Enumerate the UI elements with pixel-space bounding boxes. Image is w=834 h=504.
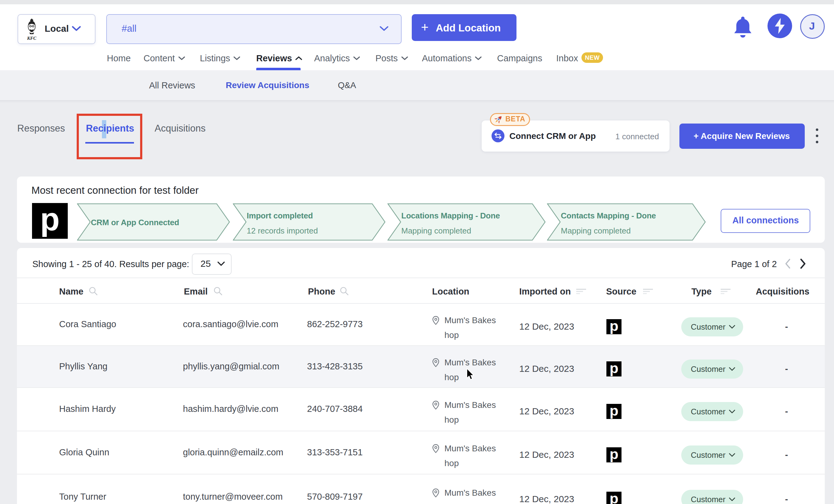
svg-text:KFC: KFC bbox=[27, 36, 37, 41]
